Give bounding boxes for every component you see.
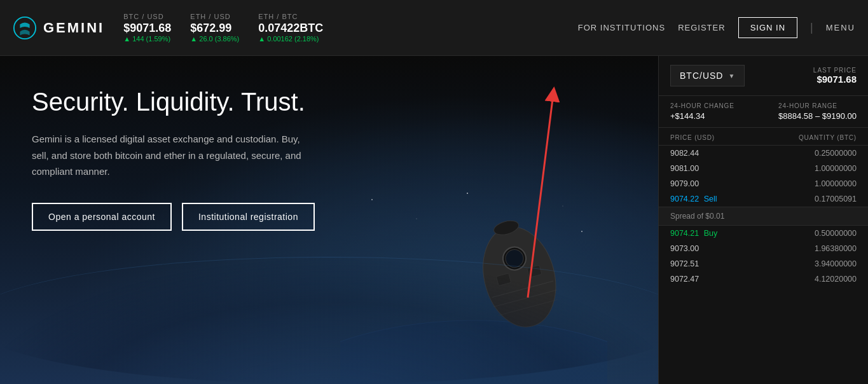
table-row: 9072.51 3.94000000: [659, 256, 868, 271]
ticker-eth-usd: ETH / USD $672.99 26.0 (3.86%): [190, 13, 239, 43]
hero-description: Gemini is a licensed digital asset excha…: [32, 131, 312, 180]
header: GEMINI BTC / USD $9071.68 144 (1.59%) ET…: [0, 0, 868, 56]
ob-sell-price-4: 9074.22 Sell: [670, 195, 717, 203]
for-institutions-link[interactable]: FOR INSTITUTIONS: [578, 23, 665, 32]
ticker-eth-change: 26.0 (3.86%): [190, 35, 239, 43]
ob-sell-qty-2: 1.00000000: [815, 164, 857, 173]
ob-buy-qty-1: 0.50000000: [815, 229, 857, 238]
order-book-panel: BTC/USD ▼ LAST PRICE $9071.68 24-HOUR CH…: [658, 56, 868, 384]
range-label: 24-HOUR RANGE: [778, 102, 857, 109]
ticker-area: BTC / USD $9071.68 144 (1.59%) ETH / USD…: [123, 13, 578, 43]
main-content: Security. Liquidity. Trust. Gemini is a …: [0, 56, 868, 384]
ticker-btc-change: 144 (1.59%): [123, 35, 171, 43]
svg-point-0: [14, 17, 36, 38]
buy-label: Buy: [704, 229, 718, 238]
change-range-row: 24-HOUR CHANGE +$144.34 24-HOUR RANGE $8…: [659, 96, 868, 128]
svg-point-3: [417, 219, 417, 219]
ob-sell-qty-1: 0.25000000: [815, 149, 857, 158]
ob-buy-price-1: 9074.21 Buy: [670, 229, 717, 238]
nav-divider: |: [810, 21, 813, 34]
last-price-label: LAST PRICE: [813, 67, 857, 74]
ticker-ethbtc-label: ETH / BTC: [258, 13, 323, 20]
table-row: 9074.21 Buy 0.50000000: [659, 226, 868, 241]
change-value: +$144.34: [670, 111, 734, 121]
spread-text: Spread of $0.01: [670, 212, 724, 221]
ticker-btc-usd: BTC / USD $9071.68 144 (1.59%): [123, 13, 171, 43]
pair-selector-row: BTC/USD ▼ LAST PRICE $9071.68: [659, 56, 868, 96]
table-row: 9081.00 1.00000000: [659, 161, 868, 176]
hero-buttons: Open a personal account Institutional re…: [32, 203, 350, 231]
table-row: 9073.00 1.96380000: [659, 241, 868, 256]
price-col-label: PRICE (USD): [670, 134, 715, 141]
ob-buy-qty-2: 1.96380000: [815, 244, 857, 253]
ob-buy-price-2: 9073.00: [670, 244, 699, 253]
open-personal-account-button[interactable]: Open a personal account: [32, 203, 172, 231]
ticker-eth-price: $672.99: [190, 22, 239, 35]
institutional-registration-button[interactable]: Institutional registration: [182, 203, 315, 231]
ob-sell-price-2: 9081.00: [670, 164, 699, 173]
ob-buy-price-3: 9072.51: [670, 259, 699, 268]
register-button[interactable]: REGISTER: [678, 23, 725, 32]
ob-sell-price-1: 9082.44: [670, 149, 699, 158]
range-block: 24-HOUR RANGE $8884.58 – $9190.00: [778, 102, 857, 121]
svg-point-4: [467, 193, 468, 194]
chevron-down-icon: ▼: [728, 72, 735, 79]
table-row: 9072.47 4.12020000: [659, 271, 868, 287]
hero-text-block: Security. Liquidity. Trust. Gemini is a …: [0, 56, 382, 263]
orderbook-rows: 9082.44 0.25000000 9081.00 1.00000000 90…: [659, 146, 868, 384]
change-label: 24-HOUR CHANGE: [670, 102, 734, 109]
spread-row: Spread of $0.01: [659, 207, 868, 226]
orderbook-header: PRICE (USD) QUANTITY (BTC): [659, 128, 868, 146]
logo-text: GEMINI: [43, 20, 104, 36]
logo-area: GEMINI: [13, 16, 104, 40]
hero-title: Security. Liquidity. Trust.: [32, 88, 350, 116]
ticker-eth-label: ETH / USD: [190, 13, 239, 20]
qty-col-label: QUANTITY (BTC): [799, 134, 857, 141]
ob-sell-qty-4: 0.17005091: [815, 195, 857, 203]
pair-label: BTC/USD: [680, 71, 723, 81]
ticker-ethbtc-price: 0.07422BTC: [258, 22, 323, 35]
table-row: 9082.44 0.25000000: [659, 146, 868, 161]
ob-sell-price-3: 9079.00: [670, 179, 699, 188]
table-row: 9074.22 Sell 0.17005091: [659, 191, 868, 207]
sell-label: Sell: [704, 195, 717, 203]
ticker-ethbtc-change: 0.00162 (2.18%): [258, 35, 323, 43]
ob-sell-qty-3: 1.00000000: [815, 179, 857, 188]
svg-point-5: [563, 206, 563, 207]
ticker-btc-label: BTC / USD: [123, 13, 171, 20]
change-block: 24-HOUR CHANGE +$144.34: [670, 102, 734, 121]
nav-right: FOR INSTITUTIONS REGISTER SIGN IN | MENU: [578, 17, 855, 38]
ob-buy-price-4: 9072.47: [670, 275, 699, 284]
sign-in-button[interactable]: SIGN IN: [738, 17, 797, 38]
ob-buy-qty-4: 4.12020000: [815, 275, 857, 284]
hero-section: Security. Liquidity. Trust. Gemini is a …: [0, 56, 658, 384]
menu-button[interactable]: MENU: [826, 23, 855, 32]
ob-buy-qty-3: 3.94000000: [815, 259, 857, 268]
ticker-btc-price: $9071.68: [123, 22, 171, 35]
table-row: 9079.00 1.00000000: [659, 176, 868, 191]
pair-selector-button[interactable]: BTC/USD ▼: [670, 65, 745, 86]
ticker-eth-btc: ETH / BTC 0.07422BTC 0.00162 (2.18%): [258, 13, 323, 43]
gemini-logo-icon: [13, 16, 37, 40]
range-value: $8884.58 – $9190.00: [778, 111, 857, 121]
last-price-section: LAST PRICE $9071.68: [813, 67, 857, 85]
earth-curve: [0, 257, 658, 384]
last-price-value: $9071.68: [816, 74, 857, 85]
svg-point-6: [581, 231, 582, 232]
